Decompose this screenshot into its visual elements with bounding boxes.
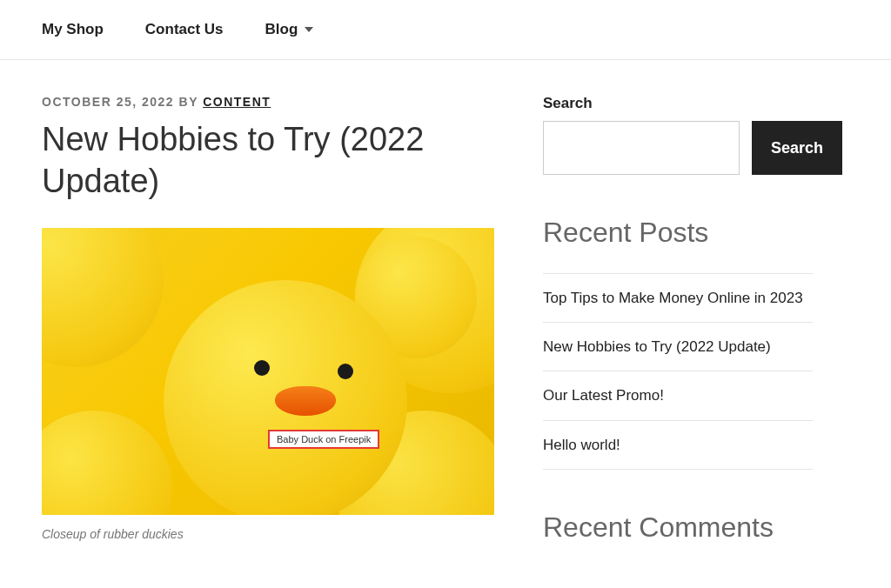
- search-label: Search: [543, 95, 813, 112]
- recent-posts-heading: Recent Posts: [543, 217, 813, 249]
- post-title: New Hobbies to Try (2022 Update): [42, 119, 494, 202]
- recent-posts-widget: Recent Posts Top Tips to Make Money Onli…: [543, 217, 813, 470]
- chevron-down-icon: [305, 27, 313, 32]
- search-widget: Search Search: [543, 95, 813, 175]
- recent-posts-list: Top Tips to Make Money Online in 2023 Ne…: [543, 273, 813, 470]
- post-date: OCTOBER 25, 2022: [42, 95, 174, 109]
- post-author-link[interactable]: CONTENT: [203, 95, 271, 109]
- post-meta: OCTOBER 25, 2022 BY CONTENT: [42, 95, 494, 109]
- nav-my-shop[interactable]: My Shop: [42, 21, 104, 38]
- recent-comments-heading: Recent Comments: [543, 511, 813, 544]
- featured-figure: Baby Duck on Freepik Closeup of rubber d…: [42, 228, 494, 541]
- by-label: BY: [174, 95, 203, 109]
- featured-image: Baby Duck on Freepik: [42, 228, 494, 515]
- main-nav: My Shop Contact Us Blog: [0, 0, 891, 60]
- list-item: New Hobbies to Try (2022 Update): [543, 323, 813, 371]
- recent-post-link[interactable]: New Hobbies to Try (2022 Update): [543, 338, 771, 355]
- list-item: Hello world!: [543, 421, 813, 470]
- list-item: Top Tips to Make Money Online in 2023: [543, 273, 813, 323]
- nav-blog[interactable]: Blog: [265, 21, 314, 38]
- image-tooltip: Baby Duck on Freepik: [268, 430, 379, 449]
- recent-post-link[interactable]: Hello world!: [543, 437, 620, 453]
- image-caption: Closeup of rubber duckies: [42, 527, 494, 541]
- sidebar: Search Search Recent Posts Top Tips to M…: [543, 95, 813, 585]
- recent-post-link[interactable]: Top Tips to Make Money Online in 2023: [543, 290, 803, 306]
- search-button[interactable]: Search: [752, 121, 842, 175]
- list-item: Our Latest Promo!: [543, 371, 813, 420]
- main-content: OCTOBER 25, 2022 BY CONTENT New Hobbies …: [42, 95, 494, 585]
- recent-comments-widget: Recent Comments: [543, 511, 813, 544]
- nav-contact-us[interactable]: Contact Us: [145, 21, 224, 38]
- search-input[interactable]: [543, 121, 740, 175]
- recent-post-link[interactable]: Our Latest Promo!: [543, 387, 664, 404]
- nav-blog-label: Blog: [265, 21, 298, 38]
